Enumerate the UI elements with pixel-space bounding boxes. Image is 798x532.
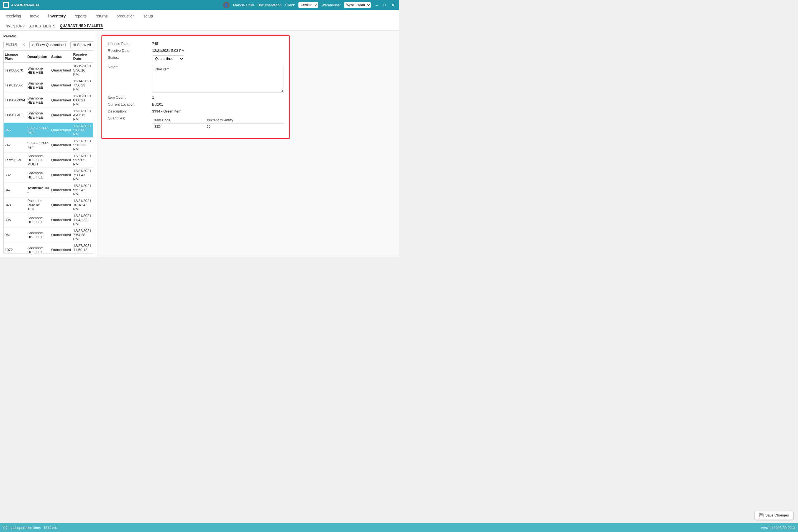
window-controls: – □ ✕	[374, 2, 396, 8]
main-content: Pallets: ✕ ◇ Show Quarantined ⊞ Show All…	[0, 31, 399, 257]
table-row[interactable]: 848 Pallet for RMA Id: 1578 Quarantined …	[4, 197, 93, 212]
nav-reports[interactable]: reports	[73, 11, 88, 21]
diamond-icon: ◇	[32, 43, 35, 47]
filter-clear-icon[interactable]: ✕	[22, 42, 25, 47]
qty-current-quantity: 50	[205, 124, 283, 130]
detail-location-row: Current Location: BU101	[108, 102, 283, 107]
cell-license-plate: 896	[4, 212, 26, 227]
cell-receive-date: 12/14/2021 7:56:23 PM	[72, 78, 92, 93]
client-label: Client:	[285, 3, 295, 7]
cell-location: BU101	[92, 123, 93, 138]
detail-card: License Plate: 745 Receive Date: 12/21/2…	[101, 35, 290, 139]
cell-description: 3334 - Green Item	[26, 138, 50, 153]
notes-textarea[interactable]: Quar item	[152, 65, 283, 93]
quantities-header-row: Item Code Current Quantity	[152, 117, 283, 124]
cell-location: BU101	[92, 212, 93, 227]
detail-license-plate-row: License Plate: 745	[108, 41, 283, 46]
cell-status: Quarantined	[50, 108, 72, 123]
user-name: Malorie Child	[233, 3, 254, 7]
cell-receive-date: 10/19/2021 5:36:16 PM	[72, 63, 92, 78]
col-license-plate: License Plate	[4, 51, 26, 63]
receive-date-value: 12/21/2021 5:03 PM	[152, 49, 185, 53]
breadcrumb-adjustments[interactable]: ADJUSTMENTS	[30, 24, 55, 28]
col-status: Status	[50, 51, 72, 63]
pallets-table-wrap[interactable]: License Plate Description Status Receive…	[3, 51, 93, 253]
warehouse-select[interactable]: West Jordan	[344, 2, 371, 8]
table-row[interactable]: 747 3334 - Green Item Quarantined 12/21/…	[4, 138, 93, 153]
detail-status-row: Status: Quarantined Active Released	[108, 55, 283, 62]
cell-license-plate: 832	[4, 168, 26, 183]
show-all-button[interactable]: ⊞ Show All	[70, 41, 93, 48]
cell-license-plate: Testa36405	[4, 108, 26, 123]
table-row[interactable]: Testa20c094 Shamone HEE HEE Quarantined …	[4, 93, 93, 108]
nav-production[interactable]: production	[115, 11, 135, 21]
cell-receive-date: 12/21/2021 5:13:23 PM	[72, 138, 92, 153]
titlebar: Arca Warehouse 👤 Malorie Child Documenta…	[0, 0, 399, 10]
item-count-value: 1	[152, 95, 154, 99]
nav-receiving[interactable]: receiving	[4, 11, 22, 21]
col-item-code: Item Code	[152, 117, 205, 124]
table-row[interactable]: Testa36405 Shamone HEE HEE Quarantined 1…	[4, 108, 93, 123]
cell-license-plate: 1072	[4, 243, 26, 254]
cell-status: Quarantined	[50, 78, 72, 93]
cell-receive-date: 12/21/2021 11:42:22 PM	[72, 212, 92, 227]
cell-license-plate: Testa20c094	[4, 93, 26, 108]
description-value: 3334 - Green Item	[152, 109, 182, 113]
cell-receive-date: 12/21/2021 5:39:05 PM	[72, 153, 92, 168]
table-row[interactable]: 847 TestItem2100 - Quarantined 12/21/202…	[4, 183, 93, 197]
cell-license-plate: 747	[4, 138, 26, 153]
nav-returns[interactable]: returns	[94, 11, 109, 21]
table-row[interactable]: 896 Shamone HEE HEE Quarantined 12/21/20…	[4, 212, 93, 227]
filter-bar: ✕ ◇ Show Quarantined ⊞ Show All	[3, 41, 93, 48]
cell-description: Shamone HEE HEE	[26, 93, 50, 108]
table-row[interactable]: 745 3334 - Green Item Quarantined 12/21/…	[4, 123, 93, 138]
cell-license-plate: Test81258d	[4, 78, 26, 93]
show-quarantined-button[interactable]: ◇ Show Quarantined	[30, 41, 68, 48]
table-header-row: License Plate Description Status Receive…	[4, 51, 93, 63]
cell-location: BU101	[92, 78, 93, 93]
cell-description: Pallet for RMA Id: 1578	[26, 197, 50, 212]
item-count-label: Item Count:	[108, 95, 152, 99]
pallets-table: License Plate Description Status Receive…	[4, 51, 93, 253]
cell-description: Shamone HEE HEE	[26, 168, 50, 183]
filter-input-wrap: ✕	[3, 41, 27, 48]
nav-setup[interactable]: setup	[142, 11, 154, 21]
table-row[interactable]: 1072 Shamone HEE HEE Quarantined 12/27/2…	[4, 243, 93, 254]
col-description: Description	[26, 51, 50, 63]
minimize-button[interactable]: –	[374, 2, 380, 8]
detail-quantities-row: Quantities: Item Code Current Quantity 3…	[108, 116, 283, 130]
table-row[interactable]: Testb08c70 Shamone HEE HEE Quarantined 1…	[4, 63, 93, 78]
breadcrumb-inventory[interactable]: INVENTORY	[4, 24, 25, 28]
cell-description: Shamone HEE HEE	[26, 63, 50, 78]
table-row[interactable]: Testf952e8 Shamone HEE HEE MULTI Quarant…	[4, 153, 93, 168]
col-receive-date: Receive Date	[72, 51, 92, 63]
nav-inventory[interactable]: inventory	[47, 11, 67, 21]
description-label: Description:	[108, 109, 152, 113]
grid-icon: ⊞	[73, 43, 76, 47]
cell-receive-date: 12/21/2021 4:47:13 PM	[72, 108, 92, 123]
cell-status: Quarantined	[50, 183, 72, 197]
app-branding: Arca Warehouse	[3, 2, 39, 8]
restore-button[interactable]: □	[382, 2, 387, 8]
cell-license-plate: 848	[4, 197, 26, 212]
breadcrumb-quarantined-pallets[interactable]: QUARANTINED PALLETS	[60, 24, 103, 29]
quantities-label: Quantities:	[108, 116, 152, 120]
status-select[interactable]: Quarantined Active Released	[152, 55, 184, 62]
detail-receive-date-row: Receive Date: 12/21/2021 5:03 PM	[108, 49, 283, 53]
close-button[interactable]: ✕	[390, 2, 396, 8]
cell-description: Shamone HEE HEE MULTI	[26, 153, 50, 168]
cell-description: TestItem2100 -	[26, 183, 50, 197]
table-row[interactable]: 961 Shamone HEE HEE Quarantined 12/22/20…	[4, 227, 93, 243]
avatar: 👤	[223, 2, 230, 8]
cell-receive-date: 12/22/2021 7:54:28 PM	[72, 227, 92, 243]
cell-description: Shamone HEE HEE	[26, 108, 50, 123]
table-row[interactable]: 832 Shamone HEE HEE Quarantined 12/21/20…	[4, 168, 93, 183]
table-row[interactable]: Test81258d Shamone HEE HEE Quarantined 1…	[4, 78, 93, 93]
client-select[interactable]: Cerritus	[299, 2, 318, 8]
quantities-wrap: Item Code Current Quantity 3334 50	[152, 116, 283, 130]
nav-move[interactable]: move	[29, 11, 40, 21]
cell-status: Quarantined	[50, 153, 72, 168]
cell-receive-date: 12/21/2021 5:03:05 PM	[72, 123, 92, 138]
cell-license-plate: 847	[4, 183, 26, 197]
documentation-link[interactable]: Documentation	[258, 3, 282, 7]
